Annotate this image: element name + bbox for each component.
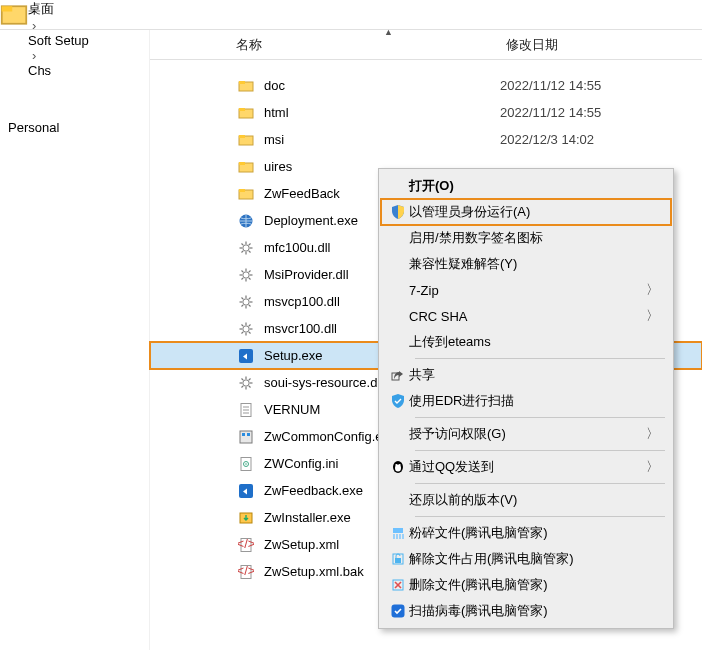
folder-icon — [236, 130, 256, 150]
chevron-right-icon: 〉 — [646, 425, 659, 443]
svg-rect-65 — [247, 433, 250, 436]
svg-rect-3 — [239, 81, 245, 84]
file-row[interactable]: msi2022/12/3 14:02 — [150, 126, 702, 153]
svg-line-48 — [249, 324, 251, 326]
menu-separator — [415, 483, 665, 484]
file-row[interactable]: html2022/11/12 14:55 — [150, 99, 702, 126]
svg-line-39 — [249, 297, 251, 299]
svg-line-18 — [242, 243, 244, 245]
menu-item[interactable]: 还原以前的版本(V) — [381, 487, 671, 513]
menu-item[interactable]: 共享 — [381, 362, 671, 388]
file-name: doc — [264, 78, 500, 93]
svg-point-79 — [399, 464, 401, 466]
svg-rect-64 — [242, 433, 245, 436]
breadcrumb-segment[interactable]: 桌面 — [28, 0, 89, 18]
svg-rect-7 — [239, 135, 245, 138]
svg-line-28 — [249, 277, 251, 279]
menu-item[interactable]: 打开(O) — [381, 173, 671, 199]
svg-text:</>: </> — [238, 564, 254, 578]
cog-icon — [236, 319, 256, 339]
menu-item[interactable]: 7-Zip〉 — [381, 277, 671, 303]
menu-item-label: 兼容性疑难解答(Y) — [409, 255, 517, 273]
chevron-right-icon: 〉 — [646, 458, 659, 476]
cog-icon — [236, 265, 256, 285]
menu-item-label: 解除文件占用(腾讯电脑管家) — [409, 550, 574, 568]
menu-item[interactable]: 解除文件占用(腾讯电脑管家) — [381, 546, 671, 572]
menu-separator — [415, 516, 665, 517]
menu-item-label: 共享 — [409, 366, 435, 384]
menu-separator — [415, 358, 665, 359]
folder-icon — [0, 1, 28, 29]
setup-icon — [236, 346, 256, 366]
svg-rect-80 — [393, 528, 403, 533]
menu-item-label: 使用EDR进行扫描 — [409, 392, 514, 410]
menu-item[interactable]: 扫描病毒(腾讯电脑管家) — [381, 598, 671, 624]
svg-line-30 — [249, 270, 251, 272]
menu-item[interactable]: 兼容性疑难解答(Y) — [381, 251, 671, 277]
menu-item-label: 授予访问权限(G) — [409, 425, 506, 443]
menu-item[interactable]: 以管理员身份运行(A) — [381, 199, 671, 225]
menu-item-label: 上传到eteams — [409, 333, 491, 351]
txt-icon — [236, 400, 256, 420]
menu-separator — [415, 417, 665, 418]
menu-item[interactable]: CRC SHA〉 — [381, 303, 671, 329]
column-header[interactable]: ▲ 名称 修改日期 — [150, 30, 702, 60]
menu-item-label: 7-Zip — [409, 283, 439, 298]
svg-line-37 — [249, 304, 251, 306]
exe-icon — [236, 427, 256, 447]
svg-line-19 — [249, 250, 251, 252]
sidebar: Personal — [0, 30, 150, 650]
svg-rect-11 — [239, 189, 245, 192]
xml-icon: </> — [236, 562, 256, 582]
xml-icon: </> — [236, 535, 256, 555]
menu-item[interactable]: 授予访问权限(G)〉 — [381, 421, 671, 447]
sort-indicator-icon: ▲ — [384, 27, 393, 37]
menu-item-label: 以管理员身份运行(A) — [409, 203, 530, 221]
inst-icon — [236, 508, 256, 528]
menu-item-label: 打开(O) — [409, 177, 454, 195]
sidebar-item-label: Personal — [8, 120, 59, 135]
context-menu: 打开(O)以管理员身份运行(A)启用/禁用数字签名图标兼容性疑难解答(Y)7-Z… — [378, 168, 674, 629]
shield-icon — [387, 204, 409, 220]
file-date: 2022/11/12 14:55 — [500, 78, 601, 93]
svg-rect-9 — [239, 162, 245, 165]
col-name: 名称 — [236, 37, 262, 52]
svg-line-20 — [242, 250, 244, 252]
svg-line-47 — [242, 331, 244, 333]
col-date: 修改日期 — [506, 37, 558, 52]
folder-icon — [236, 76, 256, 96]
svg-line-56 — [249, 385, 251, 387]
svg-line-36 — [242, 297, 244, 299]
file-row[interactable]: doc2022/11/12 14:55 — [150, 72, 702, 99]
menu-item[interactable]: 删除文件(腾讯电脑管家) — [381, 572, 671, 598]
menu-item-label: 通过QQ发送到 — [409, 458, 494, 476]
folder-icon — [236, 157, 256, 177]
file-name: msi — [264, 132, 500, 147]
menu-item-label: 粉碎文件(腾讯电脑管家) — [409, 524, 548, 542]
globe-icon — [236, 211, 256, 231]
sidebar-item-personal[interactable]: Personal — [0, 116, 149, 138]
svg-line-58 — [249, 378, 251, 380]
svg-rect-63 — [240, 431, 252, 443]
menu-item-label: 扫描病毒(腾讯电脑管家) — [409, 602, 548, 620]
svg-line-27 — [242, 270, 244, 272]
svg-point-50 — [243, 379, 249, 385]
menu-item[interactable]: 使用EDR进行扫描 — [381, 388, 671, 414]
menu-separator — [415, 450, 665, 451]
menu-item[interactable]: 启用/禁用数字签名图标 — [381, 225, 671, 251]
menu-item[interactable]: 粉碎文件(腾讯电脑管家) — [381, 520, 671, 546]
svg-point-31 — [243, 298, 249, 304]
chevron-right-icon: 〉 — [646, 307, 659, 325]
menu-item-label: 启用/禁用数字签名图标 — [409, 229, 543, 247]
svg-line-38 — [242, 304, 244, 306]
cog-icon — [236, 238, 256, 258]
svg-line-55 — [242, 378, 244, 380]
menu-item-label: CRC SHA — [409, 309, 468, 324]
cog-icon — [236, 292, 256, 312]
ini-icon — [236, 454, 256, 474]
menu-item[interactable]: 上传到eteams — [381, 329, 671, 355]
menu-item-label: 还原以前的版本(V) — [409, 491, 517, 509]
menu-item[interactable]: 通过QQ发送到〉 — [381, 454, 671, 480]
file-name: html — [264, 105, 500, 120]
share-icon — [387, 367, 409, 383]
